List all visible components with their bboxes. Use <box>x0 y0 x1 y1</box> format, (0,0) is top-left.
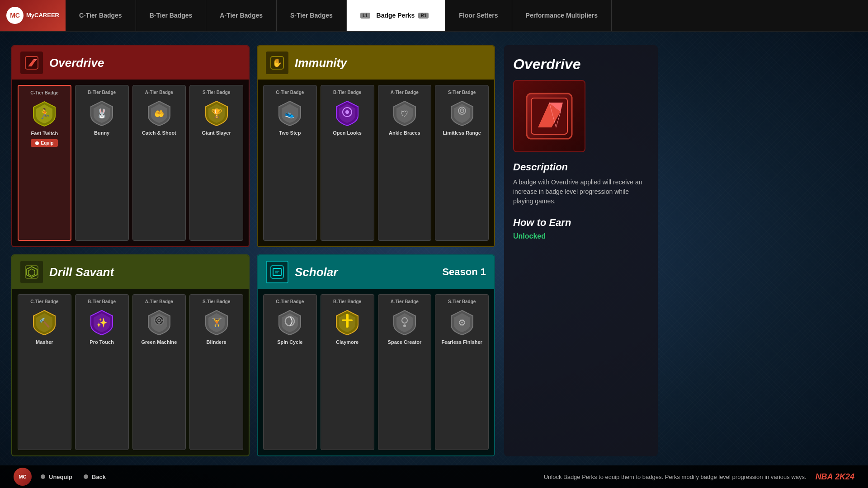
badge-fast-twitch[interactable]: C-Tier Badge 🏃 Fast Twitch Equip <box>18 85 71 241</box>
tab-a-tier[interactable]: A-Tier Badges <box>206 0 277 31</box>
immunity-header-icon: ✋ <box>266 52 288 74</box>
badge-green-machine[interactable]: A-Tier Badge <box>132 294 186 450</box>
perk-scholar-card: Scholar Season 1 C-Tier Badge Sp <box>257 254 495 456</box>
overdrive-header-icon <box>20 52 43 74</box>
limitless-range-icon <box>447 98 476 127</box>
bottom-bar: MC Unequip Back Unlock Badge Perks to eq… <box>0 465 868 488</box>
unequip-label: Unequip <box>49 474 72 480</box>
scholar-header-icon <box>266 261 288 283</box>
open-looks-icon <box>333 98 362 127</box>
tab-c-tier[interactable]: C-Tier Badges <box>66 0 136 31</box>
description-text: A badge with Overdrive applied will rece… <box>513 178 649 206</box>
ankle-braces-icon: 🛡 <box>390 98 419 127</box>
scholar-badge-grid: C-Tier Badge Spin Cycle B-Tier Badge <box>258 289 494 455</box>
claymore-icon <box>333 307 362 337</box>
tab-s-tier[interactable]: S-Tier Badges <box>277 0 347 31</box>
unequip-dot <box>41 474 45 479</box>
svg-text:🐰: 🐰 <box>96 108 108 119</box>
mycareer-logo: MC MyCAREER <box>0 0 66 31</box>
detail-badge-preview <box>513 80 585 152</box>
badge-space-creator[interactable]: A-Tier Badge Space Creator <box>378 294 432 450</box>
overdrive-title: Overdrive <box>49 56 104 70</box>
fast-twitch-icon: 🏃 <box>30 99 59 128</box>
unequip-control[interactable]: Unequip <box>41 474 72 480</box>
svg-point-9 <box>345 110 349 114</box>
svg-text:🔨: 🔨 <box>39 317 50 328</box>
svg-text:✋: ✋ <box>272 58 283 68</box>
right-detail-panel: Overdrive Description A <box>504 45 658 456</box>
badge-masher[interactable]: C-Tier Badge 🔨 Masher <box>18 294 71 450</box>
logo-text: MyCAREER <box>26 12 59 19</box>
drill-savant-title: Drill Savant <box>49 265 114 279</box>
drill-savant-header-icon <box>20 261 43 283</box>
detail-panel-content: Overdrive Description A <box>504 45 658 456</box>
svg-point-21 <box>158 319 160 321</box>
nav-tabs: C-Tier Badges B-Tier Badges A-Tier Badge… <box>66 0 868 31</box>
overdrive-header: Overdrive <box>12 46 249 80</box>
mc-bottom-logo: MC <box>14 468 32 486</box>
giant-slayer-icon: 🏆 <box>202 98 231 127</box>
drill-savant-header: Drill Savant <box>12 255 249 289</box>
back-label: Back <box>92 474 106 480</box>
spin-cycle-icon <box>275 307 305 337</box>
svg-point-13 <box>462 110 462 111</box>
svg-point-23 <box>158 322 160 324</box>
svg-text:🛡: 🛡 <box>401 109 409 118</box>
two-step-icon: 👟 <box>275 98 305 127</box>
svg-point-22 <box>158 317 160 319</box>
svg-text:⚙: ⚙ <box>458 318 466 328</box>
badge-two-step[interactable]: C-Tier Badge 👟 Two Step <box>263 85 317 241</box>
scholar-title: Scholar <box>295 265 338 279</box>
svg-text:🏆: 🏆 <box>211 108 222 119</box>
badge-limitless-range[interactable]: S-Tier Badge Limitless Range <box>435 85 489 241</box>
scholar-season: Season 1 <box>442 266 486 278</box>
svg-point-25 <box>161 319 163 321</box>
fearless-finisher-icon: ⚙ <box>447 307 476 337</box>
badge-pro-touch[interactable]: B-Tier Badge ✨ Pro Touch <box>75 294 129 450</box>
overdrive-badge-grid: C-Tier Badge 🏃 Fast Twitch Equip <box>12 80 249 246</box>
tab-floor-setters[interactable]: Floor Setters <box>445 0 512 31</box>
blinders-icon: 🏋 <box>202 307 231 337</box>
scholar-header: Scholar Season 1 <box>258 255 494 289</box>
tab-badge-perks[interactable]: L1 Badge Perks R1 <box>347 0 445 31</box>
svg-rect-33 <box>342 319 353 321</box>
badge-giant-slayer[interactable]: S-Tier Badge 🏆 Giant Slayer <box>189 85 243 241</box>
top-nav: MC MyCAREER C-Tier Badges B-Tier Badges … <box>0 0 868 32</box>
immunity-header: ✋ Immunity <box>258 46 494 80</box>
svg-point-24 <box>156 319 157 321</box>
drill-savant-badge-grid: C-Tier Badge 🔨 Masher B-Tier Badge <box>12 289 249 455</box>
pro-touch-icon: ✨ <box>87 307 117 337</box>
bottom-controls: Unequip Back <box>41 474 106 480</box>
perk-overdrive-card: Overdrive C-Tier Badge 🏃 Fast Twitch <box>11 45 250 247</box>
back-dot <box>84 474 88 479</box>
svg-text:🏋: 🏋 <box>211 317 222 328</box>
tab-performance-multipliers[interactable]: Performance Multipliers <box>512 0 612 31</box>
catch-shoot-icon: 🤲 <box>144 98 174 127</box>
perk-drill-savant-card: Drill Savant C-Tier Badge 🔨 Masher <box>11 254 250 456</box>
space-creator-icon <box>390 307 419 337</box>
badge-claymore[interactable]: B-Tier Badge Claymore <box>321 294 374 450</box>
perks-grid: Overdrive C-Tier Badge 🏃 Fast Twitch <box>11 45 495 456</box>
back-control[interactable]: Back <box>84 474 106 480</box>
badge-spin-cycle[interactable]: C-Tier Badge Spin Cycle <box>263 294 317 450</box>
bunny-icon: 🐰 <box>87 98 117 127</box>
badge-bunny[interactable]: B-Tier Badge 🐰 Bunny <box>75 85 129 241</box>
badge-blinders[interactable]: S-Tier Badge 🏋 Blinders <box>189 294 243 450</box>
l1-key: L1 <box>360 13 370 19</box>
tab-b-tier[interactable]: B-Tier Badges <box>136 0 207 31</box>
svg-text:👟: 👟 <box>285 109 295 119</box>
badge-fearless-finisher[interactable]: S-Tier Badge ⚙ Fearless Finisher <box>435 294 489 450</box>
badge-ankle-braces[interactable]: A-Tier Badge 🛡 Ankle Braces <box>378 85 432 241</box>
immunity-badge-grid: C-Tier Badge 👟 Two Step B-Tier Badge <box>258 80 494 246</box>
immunity-title: Immunity <box>295 56 347 70</box>
svg-text:✨: ✨ <box>96 317 108 328</box>
equip-button[interactable]: Equip <box>31 139 58 147</box>
how-to-earn-label: How to Earn <box>513 217 649 229</box>
detail-perk-title: Overdrive <box>513 56 649 73</box>
badge-open-looks[interactable]: B-Tier Badge Open Looks <box>321 85 374 241</box>
main-content: Overdrive C-Tier Badge 🏃 Fast Twitch <box>0 32 868 465</box>
badge-catch-shoot[interactable]: A-Tier Badge 🤲 Catch & Shoot <box>132 85 186 241</box>
masher-icon: 🔨 <box>30 307 59 337</box>
svg-text:🤲: 🤲 <box>154 109 165 119</box>
nba2k-logo: NBA 2K24 <box>816 472 854 482</box>
